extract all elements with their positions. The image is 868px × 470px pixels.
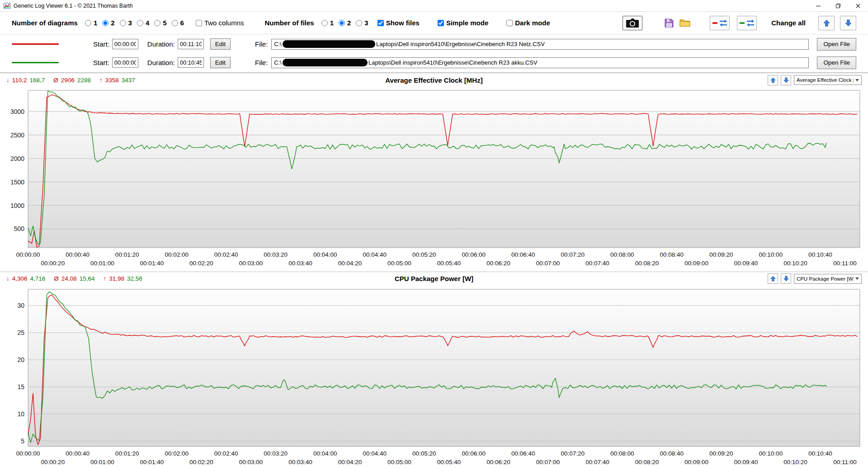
duration-label: Duration:	[147, 40, 175, 48]
reload-file1-button[interactable]	[710, 16, 730, 30]
file-path-input[interactable]: C:\ Laptops\Dell inspiron5410\Ergebnisse…	[271, 39, 809, 50]
svg-text:3000: 3000	[10, 108, 24, 115]
diagrams-radio-1[interactable]: 1	[85, 19, 97, 27]
chart-move-up-button[interactable]	[768, 75, 778, 85]
file-path-input[interactable]: C:\ Laptops\Dell inspiron5410\Ergebnisse…	[271, 57, 809, 68]
open-file-button[interactable]: Open File	[817, 56, 856, 69]
arrow-down-icon	[783, 276, 789, 282]
window-titlebar: Generic Log Viewer 6.1 - © 2021 Thomas B…	[0, 0, 868, 12]
svg-text:00:00:20: 00:00:20	[41, 459, 65, 465]
duration-input[interactable]	[178, 39, 204, 49]
move-down-button[interactable]	[840, 16, 856, 30]
chart-canvas[interactable]: 5101520253000:00:0000:00:2000:00:4000:01…	[0, 286, 868, 470]
start-label: Start:	[93, 59, 109, 66]
svg-text:00:02:40: 00:02:40	[214, 251, 238, 258]
reload-file2-button[interactable]	[737, 16, 757, 30]
close-icon	[855, 3, 861, 9]
chevron-down-icon	[855, 79, 859, 81]
max-value-file1: 31,98	[109, 275, 124, 282]
dark-mode-checkbox[interactable]: Dark mode	[506, 19, 550, 27]
svg-text:00:07:00: 00:07:00	[536, 260, 560, 267]
svg-text:1000: 1000	[10, 202, 24, 209]
chart-header: ↓ 110,2 168,7 Ø 2906 2288 ↑ 3358 3437 Av…	[0, 73, 868, 87]
file-path-prefix: C:\	[274, 41, 282, 47]
svg-text:00:06:40: 00:06:40	[511, 251, 535, 258]
chart-move-up-button[interactable]	[768, 273, 778, 284]
show-files-checkbox[interactable]: Show files	[377, 19, 420, 27]
files-radio-2[interactable]: 2	[339, 19, 351, 27]
diagrams-count-label: Number of diagrams	[12, 19, 78, 27]
svg-text:00:08:20: 00:08:20	[635, 459, 659, 465]
diagrams-radio-2[interactable]: 2	[102, 19, 114, 27]
camera-button[interactable]	[623, 16, 642, 30]
svg-text:00:03:40: 00:03:40	[288, 260, 312, 267]
diagrams-radio-5[interactable]: 5	[154, 19, 166, 27]
svg-text:00:03:20: 00:03:20	[264, 251, 288, 258]
chart-metric-dropdown[interactable]: CPU Package Power [W]	[794, 274, 862, 284]
two-columns-checkbox[interactable]: Two columns	[196, 19, 244, 27]
min-value-file2: 168,7	[30, 77, 45, 84]
restore-icon	[835, 3, 841, 9]
svg-text:00:11:00: 00:11:00	[833, 260, 857, 267]
svg-text:00:09:00: 00:09:00	[684, 260, 708, 267]
svg-text:00:08:20: 00:08:20	[635, 260, 659, 267]
start-time-input[interactable]	[112, 57, 138, 68]
file-row-2: Start: Duration: Edit File: C:\ Laptops\…	[0, 53, 868, 72]
charts-area: ↓ 110,2 168,7 Ø 2906 2288 ↑ 3358 3437 Av…	[0, 73, 868, 470]
duration-input[interactable]	[178, 57, 204, 68]
svg-text:00:03:00: 00:03:00	[239, 260, 263, 267]
svg-text:1500: 1500	[10, 179, 24, 186]
chart-header: ↓ 4,306 4,716 Ø 24,08 15,64 ↑ 31,98 32,5…	[0, 272, 868, 286]
move-up-button[interactable]	[818, 16, 835, 30]
files-radio-3[interactable]: 3	[356, 19, 368, 27]
minimize-icon	[816, 3, 821, 9]
files-radio-1[interactable]: 1	[321, 19, 334, 27]
svg-text:00:00:00: 00:00:00	[16, 450, 40, 457]
window-title: Generic Log Viewer 6.1 - © 2021 Thomas B…	[14, 3, 133, 9]
max-value-file2: 3437	[122, 77, 135, 84]
arrow-up-icon	[770, 77, 776, 83]
floppy-disk-icon	[664, 18, 674, 28]
change-all-label: Change all	[771, 19, 806, 27]
chart-canvas[interactable]: 5001000150020002500300000:00:0000:00:200…	[0, 87, 868, 272]
svg-text:00:02:00: 00:02:00	[165, 251, 189, 258]
avg-value-file1: 2906	[61, 77, 75, 84]
svg-text:10: 10	[18, 410, 25, 417]
svg-text:00:03:20: 00:03:20	[264, 450, 288, 457]
files-count-label: Number of files	[264, 19, 314, 27]
svg-text:00:08:00: 00:08:00	[610, 450, 634, 457]
svg-text:00:08:00: 00:08:00	[610, 251, 634, 258]
svg-text:20: 20	[18, 356, 25, 363]
edit-button[interactable]: Edit	[210, 57, 231, 68]
max-symbol: ↑	[103, 275, 106, 282]
diagrams-radio-4[interactable]: 4	[137, 19, 149, 27]
maximize-button[interactable]	[828, 0, 848, 11]
toolbar: Number of diagrams 1 2 3 4 5 6 Two colum…	[0, 12, 868, 34]
svg-text:25: 25	[18, 329, 25, 336]
svg-text:00:02:20: 00:02:20	[189, 260, 213, 267]
close-button[interactable]	[848, 0, 868, 11]
diagrams-radio-6[interactable]: 6	[172, 19, 184, 27]
open-folder-button[interactable]	[678, 16, 692, 30]
svg-text:00:11:00: 00:11:00	[833, 459, 857, 465]
file-label: File:	[255, 40, 268, 48]
start-time-input[interactable]	[112, 39, 138, 49]
folder-icon	[679, 19, 690, 27]
chart-move-down-button[interactable]	[781, 273, 791, 284]
avg-value-file2: 15,64	[80, 275, 95, 282]
window-controls	[808, 0, 868, 11]
minimize-button[interactable]	[808, 0, 828, 11]
svg-text:00:10:40: 00:10:40	[808, 251, 832, 258]
svg-text:00:01:20: 00:01:20	[115, 251, 139, 258]
chart-move-down-button[interactable]	[781, 75, 791, 85]
min-value-file1: 4,306	[12, 275, 28, 282]
chart-metric-dropdown[interactable]: Average Effective Clock [M	[794, 75, 862, 85]
save-button[interactable]	[662, 16, 676, 30]
open-file-button[interactable]: Open File	[817, 38, 856, 51]
svg-text:00:09:20: 00:09:20	[709, 450, 733, 457]
diagrams-radio-3[interactable]: 3	[120, 19, 132, 27]
svg-text:00:02:40: 00:02:40	[214, 450, 238, 457]
svg-text:00:00:40: 00:00:40	[66, 251, 90, 258]
simple-mode-checkbox[interactable]: Simple mode	[438, 19, 488, 27]
edit-button[interactable]: Edit	[210, 38, 231, 50]
